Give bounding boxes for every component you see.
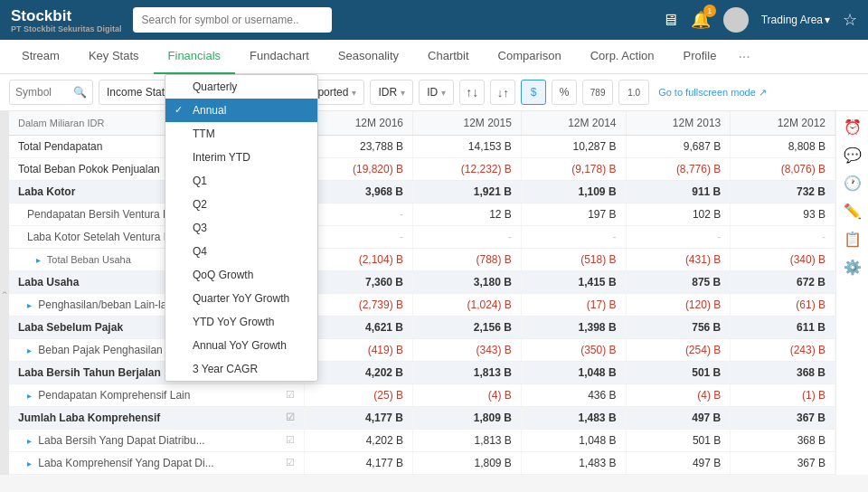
row-value: 436 B bbox=[521, 384, 626, 407]
search-icon: 🔍 bbox=[73, 86, 87, 99]
row-value: 4,177 B bbox=[305, 407, 413, 430]
symbol-input[interactable] bbox=[15, 86, 70, 99]
row-value: (243) B bbox=[731, 339, 835, 362]
dropdown-item-annual[interactable]: Annual bbox=[165, 99, 317, 122]
expand-icon[interactable]: ▸ bbox=[27, 345, 32, 355]
tab-profile[interactable]: Profile bbox=[669, 40, 731, 74]
row-value: 14,153 B bbox=[413, 136, 522, 158]
row-value: (2,739) B bbox=[305, 294, 413, 317]
table-row: ▸ Laba Komprehensif Yang Dapat Di...☑4,1… bbox=[9, 452, 835, 475]
row-value: (343) B bbox=[413, 339, 522, 362]
tab-keystats[interactable]: Key Stats bbox=[74, 40, 154, 74]
row-value: 197 B bbox=[521, 203, 626, 226]
monitor-icon[interactable]: 🖥 bbox=[662, 11, 678, 30]
table-row: Laba Kotor☑3,968 B1,921 B1,109 B911 B732… bbox=[9, 181, 835, 203]
watchlist-icon[interactable]: ☆ bbox=[843, 10, 857, 30]
format1-button[interactable]: 789 bbox=[582, 80, 613, 105]
tab-stream[interactable]: Stream bbox=[7, 40, 74, 74]
clipboard-icon[interactable]: 📋 bbox=[844, 231, 862, 248]
expand-icon[interactable]: ▸ bbox=[36, 255, 41, 265]
tab-financials[interactable]: Financials bbox=[154, 40, 236, 74]
dropdown-item-quarterly[interactable]: Quarterly bbox=[165, 75, 317, 99]
table-row: Total Pendapatan☑23,788 B14,153 B10,287 … bbox=[9, 136, 835, 158]
settings-icon[interactable]: ⚙️ bbox=[844, 259, 862, 276]
dropdown-item-q2[interactable]: Q2 bbox=[165, 193, 317, 216]
dollar-button[interactable]: $ bbox=[521, 80, 546, 105]
row-value: 368 B bbox=[731, 362, 835, 384]
row-value: (340) B bbox=[731, 249, 835, 271]
row-value: 756 B bbox=[626, 317, 731, 339]
tab-corpaction[interactable]: Corp. Action bbox=[576, 40, 669, 74]
row-label: ▸ Laba Komprehensif Yang Dapat Di...☑ bbox=[9, 452, 305, 475]
row-value: 672 B bbox=[731, 271, 835, 294]
row-value: - bbox=[305, 203, 413, 226]
row-value: 1,483 B bbox=[521, 407, 626, 430]
dropdown-item-ytd-yoy-growth[interactable]: YTD YoY Growth bbox=[165, 310, 317, 334]
tab-chartbit[interactable]: Chartbit bbox=[413, 40, 484, 74]
expand-icon[interactable]: ▸ bbox=[27, 459, 32, 468]
row-value: 7,360 B bbox=[305, 271, 413, 294]
row-value: 93 B bbox=[731, 203, 835, 226]
row-value: 1,109 B bbox=[521, 181, 626, 203]
dropdown-item-q4[interactable]: Q4 bbox=[165, 240, 317, 263]
row-checkbox[interactable]: ☑ bbox=[286, 412, 295, 423]
tab-fundachart[interactable]: Fundachart bbox=[235, 40, 324, 74]
dropdown-item-q3[interactable]: Q3 bbox=[165, 216, 317, 240]
row-checkbox[interactable]: ☑ bbox=[286, 434, 295, 446]
dropdown-item-quarter-yoy-growth[interactable]: Quarter YoY Growth bbox=[165, 287, 317, 310]
expand-icon[interactable]: ▸ bbox=[27, 436, 32, 446]
table-row: ▸ Penghasilan/beban Lain-lain☑(2,739) B(… bbox=[9, 294, 835, 317]
dropdown-item-qoq-growth[interactable]: QoQ Growth bbox=[165, 263, 317, 287]
row-checkbox[interactable]: ☑ bbox=[286, 389, 295, 401]
avatar[interactable] bbox=[723, 7, 749, 33]
left-sidebar-toggle[interactable]: ‹ bbox=[0, 111, 9, 475]
table-row: Laba Sebelum Pajak☑4,621 B2,156 B1,398 B… bbox=[9, 317, 835, 339]
row-value: (419) B bbox=[305, 339, 413, 362]
history-icon[interactable]: 🕐 bbox=[844, 175, 862, 192]
dropdown-item-annual-yoy-growth[interactable]: Annual YoY Growth bbox=[165, 334, 317, 357]
row-value: (19,820) B bbox=[305, 158, 413, 181]
format2-button[interactable]: 1.0 bbox=[618, 80, 649, 105]
expand-icon[interactable]: ▸ bbox=[27, 300, 32, 310]
dropdown-item-ttm[interactable]: TTM bbox=[165, 122, 317, 146]
search-input[interactable] bbox=[133, 7, 332, 33]
bell-icon[interactable]: 🔔 1 bbox=[691, 10, 711, 30]
tab-comparison[interactable]: Comparison bbox=[484, 40, 576, 74]
row-value: - bbox=[305, 226, 413, 249]
dropdown-item-q1[interactable]: Q1 bbox=[165, 169, 317, 193]
chat-icon[interactable]: 💬 bbox=[844, 147, 862, 164]
tab-more[interactable]: ··· bbox=[731, 49, 757, 65]
sort-desc-button[interactable]: ↓↑ bbox=[490, 80, 515, 105]
alarm-icon[interactable]: ⏰ bbox=[844, 118, 862, 136]
table-row: Jumlah Laba Komprehensif☑4,177 B1,809 B1… bbox=[9, 407, 835, 430]
percent-button[interactable]: % bbox=[552, 80, 577, 105]
expand-icon[interactable]: ▸ bbox=[27, 391, 32, 401]
chevron-down-icon-unit: ▾ bbox=[441, 88, 446, 98]
row-value: (254) B bbox=[626, 339, 731, 362]
topbar: Stockbit PT Stockbit Sekuritas Digital 🖥… bbox=[0, 0, 868, 40]
dropdown-item-3-year-cagr[interactable]: 3 Year CAGR bbox=[165, 357, 317, 381]
row-value: - bbox=[413, 226, 522, 249]
sort-asc-button[interactable]: ↑↓ bbox=[459, 80, 485, 105]
fullscreen-link[interactable]: Go to fullscreen mode ↗ bbox=[658, 87, 767, 99]
row-checkbox[interactable]: ☑ bbox=[286, 457, 295, 468]
main-area: ‹ Dalam Miliaran IDR 12M 2016 12M 2015 1… bbox=[0, 111, 868, 475]
column-header-2014: 12M 2014 bbox=[521, 111, 626, 136]
dropdown-item-interim-ytd[interactable]: Interim YTD bbox=[165, 146, 317, 169]
row-value: 875 B bbox=[626, 271, 731, 294]
row-value: (788) B bbox=[413, 249, 522, 271]
trading-area-button[interactable]: Trading Area ▾ bbox=[761, 14, 830, 26]
row-value: 1,921 B bbox=[413, 181, 522, 203]
row-value: (8,076) B bbox=[731, 158, 835, 181]
unit-select[interactable]: ID ▾ bbox=[419, 80, 454, 105]
currency-select[interactable]: IDR ▾ bbox=[370, 80, 413, 105]
row-value: 10,287 B bbox=[521, 136, 626, 158]
tab-seasonality[interactable]: Seasonality bbox=[324, 40, 413, 74]
table-row: ▸ Beban Pajak Penghasilan☑(419) B(343) B… bbox=[9, 339, 835, 362]
row-value: 4,202 B bbox=[305, 362, 413, 384]
row-value: 611 B bbox=[731, 317, 835, 339]
row-value: 1,415 B bbox=[521, 271, 626, 294]
row-value: (2,104) B bbox=[305, 249, 413, 271]
table-row: ▸ Pendapatan Komprehensif Lain☑(25) B(4)… bbox=[9, 384, 835, 407]
edit-icon[interactable]: ✏️ bbox=[844, 203, 862, 220]
